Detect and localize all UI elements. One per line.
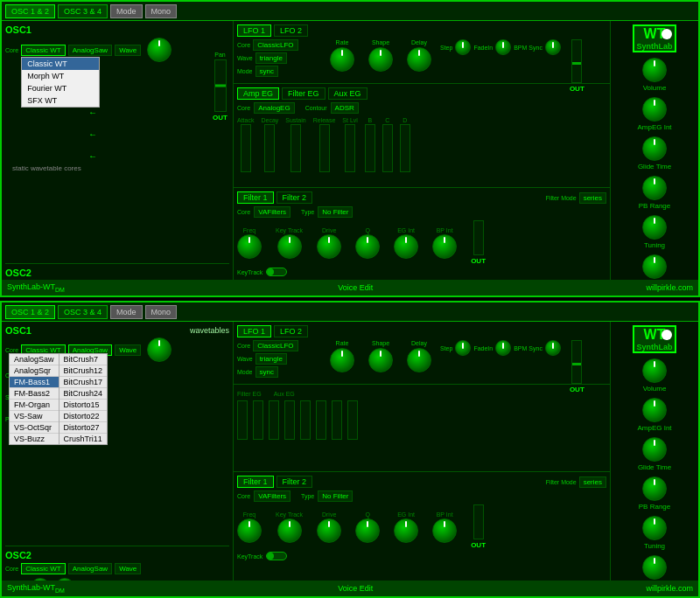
- dd-item-fourierwt[interactable]: Fourier WT: [22, 82, 99, 94]
- dd-vsbuzz-p2[interactable]: VS-Buzz: [10, 434, 59, 444]
- dd-fmbass1-p2[interactable]: FM-Bass1: [10, 377, 59, 388]
- filter2-tab-p1[interactable]: Filter 2: [276, 191, 313, 204]
- filter-freq-knob-p1[interactable]: [237, 234, 262, 259]
- dd-fmorgan-p2[interactable]: FM-Organ: [10, 400, 59, 411]
- filter-q-knob-p2[interactable]: [355, 518, 380, 543]
- lfo-wave-btn-p1[interactable]: triangle: [256, 52, 287, 64]
- dd-distorto27-p2[interactable]: Distorto27: [60, 422, 108, 434]
- eg-c-slider-p1[interactable]: [382, 124, 393, 172]
- lfo-rate-knob-p1[interactable]: [330, 47, 354, 72]
- aux-eg-tab-p1[interactable]: Aux EG: [328, 87, 368, 100]
- tab-mono-p1[interactable]: Mono: [145, 4, 178, 18]
- dd-bitcrush12-p2[interactable]: BitCrush12: [60, 365, 108, 377]
- lfo-shape-knob-p1[interactable]: [368, 47, 393, 72]
- eg-stlvl-slider-p1[interactable]: [345, 124, 355, 172]
- lfo-delay-knob-p1[interactable]: [407, 47, 431, 72]
- osc1-wave-btn-p2[interactable]: Wave: [115, 344, 141, 356]
- filter2-tab-p2[interactable]: Filter 2: [276, 476, 313, 488]
- osc1-main-knob-p1[interactable]: [147, 38, 172, 62]
- filter-eg-tab-p1[interactable]: Filter EG: [282, 87, 326, 100]
- lfo-shape-knob-p2[interactable]: [368, 348, 393, 372]
- dd-distorto22-p2[interactable]: Distorto22: [60, 411, 108, 422]
- lfo-fadein-knob-p1[interactable]: [495, 39, 511, 55]
- eg-attack-slider-p2[interactable]: [237, 400, 248, 440]
- filter1-tab-p2[interactable]: Filter 1: [237, 476, 274, 488]
- dd-crushtri11-p2[interactable]: CrushTri11: [60, 434, 108, 444]
- eg-decay-slider-p1[interactable]: [264, 124, 275, 172]
- lfo-wave-btn-p2[interactable]: triangle: [256, 353, 287, 365]
- eg-contour-btn-p1[interactable]: ADSR: [331, 102, 359, 114]
- tab-osc34-p1[interactable]: OSC 3 & 4: [58, 4, 108, 18]
- dd-vsoctsqr-p2[interactable]: VS-OctSqr: [10, 422, 59, 434]
- osc1-main-knob-p2[interactable]: [147, 337, 172, 362]
- osc1-classicwt-btn-p1[interactable]: Classic WT: [21, 45, 65, 56]
- lfo1-tab-p1[interactable]: LFO 1: [237, 24, 271, 37]
- ampeg-int-knob-p2[interactable]: [642, 398, 667, 422]
- lfo-rate-knob-p2[interactable]: [330, 348, 354, 372]
- eg-c-slider-p2[interactable]: [332, 400, 342, 440]
- dd-bitcrush24-p2[interactable]: BitCrush24: [60, 388, 108, 400]
- filter-freq-knob-p2[interactable]: [237, 518, 262, 543]
- filter-mode-btn-p2[interactable]: series: [579, 476, 606, 488]
- filter-q-knob-p1[interactable]: [355, 234, 380, 259]
- filter-out-slider-p1[interactable]: [473, 220, 484, 255]
- filter-type-btn-p2[interactable]: No Filter: [318, 490, 353, 502]
- eg-sustain-slider-p2[interactable]: [269, 400, 279, 440]
- tab-osc12-p2[interactable]: OSC 1 & 2: [5, 305, 55, 319]
- filter-drive-knob-p2[interactable]: [317, 518, 341, 543]
- tab-mode-p1[interactable]: Mode: [110, 4, 143, 18]
- lfo-step-knob-p1[interactable]: [455, 39, 471, 55]
- ampeg-int-knob-p1[interactable]: [642, 97, 667, 122]
- filter-drive-knob-p1[interactable]: [317, 234, 341, 259]
- eg-sustain-slider-p1[interactable]: [290, 124, 301, 172]
- osc2-analogsaw-btn-p2[interactable]: AnalogSaw: [68, 563, 112, 574]
- lfo1-tab-p2[interactable]: LFO 1: [237, 325, 271, 337]
- tab-osc12-p1[interactable]: OSC 1 & 2: [5, 4, 55, 18]
- voice-edit-btn-p2[interactable]: Voice Edit: [338, 584, 373, 593]
- pb-range-knob-p2[interactable]: [642, 476, 667, 501]
- volume-knob-p2[interactable]: [642, 358, 667, 383]
- filter-bpint-knob-p1[interactable]: [432, 234, 457, 259]
- lfo-out-slider-p1[interactable]: [571, 39, 582, 83]
- dd-item-sfxwt[interactable]: SFX WT: [22, 94, 99, 107]
- lfo-delay-knob-p2[interactable]: [407, 348, 431, 372]
- filter1-tab-p1[interactable]: Filter 1: [237, 191, 274, 204]
- dd-bitcrush7-p2[interactable]: BitCrush7: [60, 354, 108, 365]
- willpirkle-link-p1[interactable]: willpirkle.com: [646, 283, 693, 292]
- uni-detune-knob-p1[interactable]: [642, 254, 667, 279]
- lfo2-tab-p2[interactable]: LFO 2: [274, 325, 308, 337]
- osc1-core-dropdown-p1[interactable]: Classic WT Classic WT Morph WT Fourier W…: [21, 45, 65, 56]
- amp-eg-tab-p1[interactable]: Amp EG: [237, 87, 279, 100]
- dd-analogsaw-p2[interactable]: AnalogSaw: [10, 354, 59, 365]
- lfo-core-btn-p2[interactable]: ClassicLFO: [253, 340, 298, 351]
- lfo-fadein-knob-p2[interactable]: [495, 340, 511, 356]
- tab-osc34-p2[interactable]: OSC 3 & 4: [58, 305, 108, 319]
- eg-decay-slider-p2[interactable]: [253, 400, 263, 440]
- eg-release-slider-p1[interactable]: [319, 124, 330, 172]
- filter-keytrack-toggle-p1[interactable]: [266, 268, 287, 276]
- lfo-mode-btn-p2[interactable]: sync: [256, 366, 278, 378]
- filter-egint-knob-p1[interactable]: [394, 234, 418, 259]
- volume-knob-p1[interactable]: [642, 58, 667, 82]
- willpirkle-link-p2[interactable]: willpirkle.com: [646, 584, 693, 593]
- glide-knob-p1[interactable]: [642, 136, 667, 161]
- filter-out-slider-p2[interactable]: [473, 504, 484, 539]
- eg-attack-slider-p1[interactable]: [241, 124, 251, 172]
- filter-keytrack-knob-p2[interactable]: [277, 518, 302, 543]
- lfo2-tab-p1[interactable]: LFO 2: [274, 24, 308, 37]
- osc1-wave-btn-p1[interactable]: Wave: [115, 45, 141, 56]
- eg-core-btn-p1[interactable]: AnalogEG: [254, 102, 294, 114]
- eg-stlvl-slider-p2[interactable]: [300, 400, 311, 440]
- filter-type-btn-p1[interactable]: No Filter: [318, 206, 353, 218]
- osc1-analogsaw-btn-p1[interactable]: AnalogSaw: [68, 45, 112, 56]
- tuning-knob-p1[interactable]: [642, 215, 667, 240]
- dd-item-classicwt[interactable]: Classic WT: [22, 58, 99, 70]
- lfo-bpm-knob-p1[interactable]: [545, 39, 561, 55]
- eg-d-slider-p1[interactable]: [400, 124, 410, 172]
- lfo-bpm-knob-p2[interactable]: [545, 340, 561, 356]
- uni-detune-knob-p2[interactable]: [642, 555, 667, 580]
- dd-analogsqr-p2[interactable]: AnalogSqr: [10, 365, 59, 377]
- tab-mono-p2[interactable]: Mono: [145, 305, 178, 319]
- filter-keytrack-knob-p1[interactable]: [277, 234, 302, 259]
- osc1-pan-slider-p1[interactable]: [214, 59, 227, 112]
